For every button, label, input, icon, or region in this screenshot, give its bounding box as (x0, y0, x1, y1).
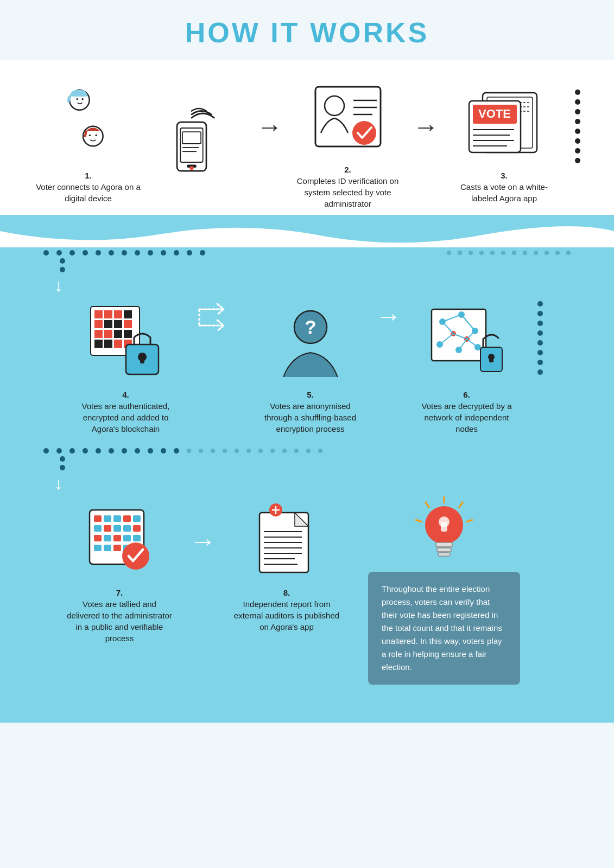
id-verification-icon (307, 76, 389, 157)
svg-rect-115 (441, 522, 447, 532)
svg-rect-40 (94, 330, 103, 338)
svg-rect-44 (94, 340, 103, 348)
svg-rect-45 (104, 340, 112, 348)
svg-rect-41 (104, 330, 112, 338)
step-4-item: 4. Votes are authenticated, encrypted an… (72, 301, 180, 435)
page-title: HOW IT WORKS (0, 16, 614, 49)
section-top: 1. Voter connects to Agora on a digital … (0, 60, 614, 215)
svg-line-111 (425, 502, 429, 508)
step-5-item: ? 5. Votes are anonymised through a shuf… (256, 301, 365, 435)
svg-rect-82 (113, 525, 121, 532)
lightbulb-icon (409, 494, 479, 566)
svg-point-5 (95, 134, 97, 136)
shuffle-icon (197, 301, 240, 339)
arrow-3: → (376, 301, 402, 331)
svg-rect-76 (104, 515, 111, 522)
section-blue-1: ↓ (0, 247, 614, 723)
step-7-text: 7. Votes are tallied and delivered to th… (65, 587, 174, 644)
svg-line-110 (466, 520, 473, 522)
svg-rect-32 (94, 310, 103, 318)
step-6-item: 6. Votes are decrypted by a network of i… (413, 301, 521, 435)
svg-rect-39 (124, 320, 132, 328)
tally-icon (79, 499, 160, 580)
svg-rect-46 (114, 340, 122, 348)
svg-rect-75 (94, 515, 102, 522)
svg-rect-79 (133, 515, 141, 522)
svg-rect-38 (124, 310, 132, 318)
svg-rect-91 (104, 545, 111, 551)
svg-rect-6 (177, 122, 206, 171)
report-icon (246, 499, 327, 580)
decrypt-icon (426, 301, 508, 382)
svg-rect-84 (133, 525, 141, 532)
info-box: Throughout the entire election process, … (368, 572, 520, 685)
header: HOW IT WORKS (0, 0, 614, 60)
svg-rect-43 (124, 330, 132, 338)
svg-rect-90 (94, 545, 102, 551)
step-1b-item (137, 102, 246, 183)
svg-rect-92 (113, 545, 121, 551)
svg-rect-81 (104, 525, 111, 532)
svg-rect-118 (438, 553, 450, 556)
svg-point-12 (189, 166, 193, 170)
step-4-text: 4. Votes are authenticated, encrypted an… (72, 389, 180, 435)
svg-rect-78 (123, 515, 131, 522)
dots-right-top (575, 90, 580, 163)
svg-point-4 (88, 134, 90, 136)
svg-rect-80 (94, 525, 102, 532)
step-2-text: 2. Completes ID verification on system s… (294, 164, 402, 209)
step-3-item: VOTE 3. Casts a vote on a white-labeled … (450, 82, 559, 204)
svg-point-1 (76, 98, 78, 100)
svg-rect-37 (114, 320, 122, 328)
svg-rect-85 (94, 535, 102, 541)
svg-rect-35 (94, 320, 103, 328)
arrow-4: → (190, 526, 216, 556)
svg-line-109 (459, 502, 463, 508)
svg-rect-87 (113, 535, 121, 541)
svg-rect-73 (489, 357, 493, 362)
svg-rect-89 (133, 535, 141, 541)
step-8-item: 8. Independent report from external audi… (232, 499, 341, 633)
arrow-1: → (257, 112, 283, 142)
svg-rect-88 (123, 535, 131, 541)
svg-rect-36 (104, 320, 112, 328)
svg-rect-50 (140, 357, 144, 363)
phone-icon (151, 102, 232, 183)
svg-point-18 (352, 121, 376, 145)
step-7-item: 7. Votes are tallied and delivered to th… (65, 499, 174, 644)
svg-line-112 (415, 520, 422, 522)
step-1-text: 1. Voter connects to Agora on a digital … (34, 170, 143, 204)
svg-rect-86 (104, 535, 111, 541)
step-8-text: 8. Independent report from external audi… (232, 587, 341, 633)
svg-point-2 (81, 98, 83, 100)
arrow-2: → (413, 112, 439, 142)
wave-1 (0, 215, 614, 247)
steps-row-3: 7. Votes are tallied and delivered to th… (33, 494, 581, 706)
vote-app-icon: VOTE (464, 82, 545, 163)
steps-row-2: 4. Votes are authenticated, encrypted an… (33, 296, 581, 440)
step-1-icon (48, 82, 129, 163)
step-1-item: 1. Voter connects to Agora on a digital … (34, 82, 143, 204)
step-6-text: 6. Votes are decrypted by a network of i… (413, 389, 521, 435)
step-5-text: 5. Votes are anonymised through a shuffl… (256, 389, 365, 435)
blockchain-icon (85, 301, 167, 382)
svg-rect-77 (113, 515, 121, 522)
svg-rect-8 (182, 132, 200, 144)
steps-row-1: 1. Voter connects to Agora on a digital … (33, 71, 581, 215)
svg-rect-7 (180, 128, 202, 162)
step-2-item: 2. Completes ID verification on system s… (294, 76, 402, 209)
dots-right-mid (537, 301, 543, 375)
anonymous-icon: ? (270, 301, 351, 382)
svg-rect-34 (114, 310, 122, 318)
svg-text:VOTE: VOTE (478, 107, 511, 120)
svg-rect-117 (437, 548, 451, 552)
svg-point-14 (325, 96, 344, 116)
svg-rect-42 (114, 330, 122, 338)
step-3-text: 3. Casts a vote on a white-labeled Agora… (450, 170, 559, 204)
svg-text:?: ? (305, 316, 316, 337)
svg-rect-116 (436, 542, 452, 547)
svg-rect-83 (123, 525, 131, 532)
svg-rect-33 (104, 310, 112, 318)
